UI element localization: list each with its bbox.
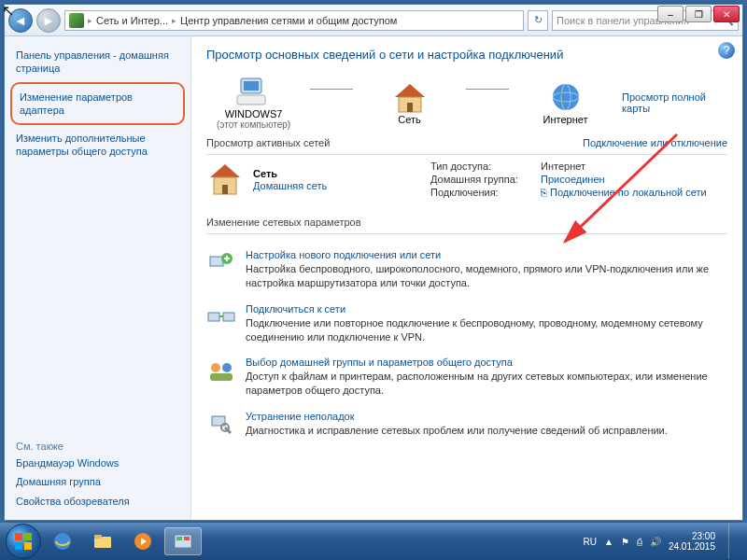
svg-rect-24 [15, 533, 22, 540]
sidebar-advanced-sharing[interactable]: Изменить дополнительные параметры общего… [16, 129, 179, 161]
sidebar-see-also-label: См. также [16, 441, 179, 452]
svg-point-19 [211, 363, 220, 372]
node-internet[interactable]: Интернет [518, 80, 613, 125]
ethernet-icon: ⎘ [541, 187, 547, 198]
network-name: Сеть [253, 168, 327, 179]
address-bar[interactable]: ▸ Сеть и Интер... ▸ Центр управления сет… [64, 10, 524, 31]
taskbar-control-panel[interactable] [164, 527, 202, 555]
tray-network-icon[interactable]: ⎙ [637, 537, 642, 547]
sidebar-homegroup[interactable]: Домашняя группа [16, 472, 179, 491]
option-title[interactable]: Выбор домашней группы и параметров общег… [246, 357, 513, 368]
taskbar: RU ▲ ⚑ ⎙ 🔊 23:00 24.01.2015 [0, 523, 747, 560]
breadcrumb-current[interactable]: Центр управления сетями и общим доступом [180, 15, 397, 26]
breadcrumb-sep-icon: ▸ [172, 16, 176, 25]
connections-label: Подключения: [430, 187, 533, 198]
connection-details: Тип доступа:Интернет Домашняя группа:При… [430, 161, 727, 200]
change-settings-label: Изменение сетевых параметров [206, 217, 727, 228]
taskbar-media-player[interactable] [124, 527, 162, 555]
troubleshoot-icon [206, 411, 236, 441]
option-title[interactable]: Подключиться к сети [246, 303, 345, 315]
svg-rect-26 [15, 542, 22, 550]
highlight-annotation: Изменение параметров адаптера [10, 82, 185, 126]
window-controls: – ❐ ✕ [657, 6, 740, 22]
option-connect-network[interactable]: Подключиться к сетиПодключение или повто… [206, 303, 727, 344]
node-label: WINDOWS7 [225, 108, 283, 119]
svg-rect-34 [176, 537, 182, 540]
connection-link[interactable]: ⎘Подключение по локальной сети [541, 187, 707, 198]
breadcrumb-network[interactable]: Сеть и Интер... [96, 15, 168, 26]
svg-marker-3 [395, 84, 425, 97]
sidebar-control-panel-home[interactable]: Панель управления - домашняя страница [16, 46, 179, 78]
close-button[interactable]: ✕ [713, 6, 740, 22]
option-desc: Диагностика и исправление сетевых пробле… [246, 424, 668, 438]
option-troubleshoot[interactable]: Устранение неполадокДиагностика и исправ… [206, 411, 727, 441]
view-full-map-link[interactable]: Просмотр полной карты [622, 91, 706, 114]
tray-time: 23:00 [669, 531, 715, 541]
map-connector [310, 89, 353, 90]
node-label: Интернет [543, 114, 588, 125]
svg-point-6 [553, 84, 579, 110]
access-type-value: Интернет [541, 161, 585, 172]
tray-action-center-icon[interactable]: ⚑ [621, 537, 629, 547]
back-button[interactable]: ◄ [8, 8, 33, 33]
start-button[interactable] [6, 524, 41, 559]
explorer-window: ◄ ► ▸ Сеть и Интер... ▸ Центр управления… [4, 4, 743, 521]
maximize-button[interactable]: ❐ [685, 6, 712, 22]
house-icon [206, 161, 244, 198]
option-new-connection[interactable]: Настройка нового подключения или сетиНас… [206, 249, 727, 290]
taskbar-ie[interactable] [44, 527, 81, 555]
system-tray: RU ▲ ⚑ ⎙ 🔊 23:00 24.01.2015 [584, 524, 741, 559]
tray-flag-icon[interactable]: ▲ [604, 537, 613, 547]
node-this-computer[interactable]: WINDOWS7 (этот компьютер) [206, 75, 301, 130]
minimize-button[interactable]: – [657, 6, 684, 22]
svg-rect-21 [210, 373, 233, 381]
tray-date: 24.01.2015 [669, 541, 715, 552]
new-connection-icon [206, 249, 236, 279]
node-sublabel: (этот компьютер) [217, 119, 290, 130]
tray-clock[interactable]: 23:00 24.01.2015 [669, 531, 715, 552]
sidebar-internet-options[interactable]: Свойства обозревателя [16, 492, 179, 511]
help-icon[interactable]: ? [718, 42, 735, 59]
option-title[interactable]: Устранение неполадок [246, 411, 355, 422]
forward-button[interactable]: ► [36, 8, 61, 33]
refresh-button[interactable]: ↻ [528, 10, 548, 31]
window-body: Панель управления - домашняя страница Из… [5, 36, 742, 520]
svg-rect-35 [184, 537, 190, 540]
svg-rect-25 [24, 533, 32, 540]
svg-rect-27 [24, 542, 32, 550]
svg-rect-2 [237, 95, 265, 105]
active-network-row: Сеть Домашняя сеть Тип доступа:Интернет … [206, 161, 727, 200]
taskbar-explorer[interactable] [84, 527, 121, 555]
map-connector [466, 89, 509, 90]
option-desc: Доступ к файлам и принтерам, расположенн… [246, 370, 727, 398]
sidebar-adapter-settings[interactable]: Изменение параметров адаптера [20, 88, 176, 120]
homegroup-label: Домашняя группа: [430, 174, 533, 185]
active-networks-label: Просмотр активных сетей Подключение или … [206, 137, 727, 148]
sidebar: Панель управления - домашняя страница Из… [5, 36, 191, 520]
control-panel-icon [69, 13, 84, 28]
sidebar-firewall[interactable]: Брандмауэр Windows [16, 454, 179, 472]
homegroup-value[interactable]: Присоединен [541, 174, 605, 185]
svg-rect-17 [223, 313, 234, 321]
page-title: Просмотр основных сведений о сети и наст… [206, 48, 727, 62]
globe-icon [547, 80, 585, 114]
option-homegroup-sharing[interactable]: Выбор домашней группы и параметров общег… [206, 357, 727, 398]
connect-disconnect-link[interactable]: Подключение или отключение [583, 137, 727, 148]
option-desc: Подключение или повторное подключение к … [246, 316, 727, 344]
svg-marker-9 [210, 164, 240, 177]
option-desc: Настройка беспроводного, широкополосного… [246, 262, 727, 290]
option-title[interactable]: Настройка нового подключения или сети [246, 249, 441, 260]
language-indicator[interactable]: RU [584, 537, 597, 547]
node-label: Сеть [398, 114, 420, 125]
node-network[interactable]: Сеть [362, 80, 457, 125]
svg-point-20 [222, 363, 232, 372]
network-type-link[interactable]: Домашняя сеть [253, 180, 327, 191]
network-options: Настройка нового подключения или сетиНас… [206, 249, 727, 441]
breadcrumb-sep-icon: ▸ [88, 16, 92, 25]
svg-rect-30 [94, 535, 102, 539]
tray-volume-icon[interactable]: 🔊 [650, 537, 661, 547]
house-icon [391, 80, 429, 114]
main-content: ? Просмотр основных сведений о сети и на… [191, 36, 742, 520]
show-desktop-button[interactable] [728, 524, 738, 559]
access-type-label: Тип доступа: [430, 161, 533, 172]
